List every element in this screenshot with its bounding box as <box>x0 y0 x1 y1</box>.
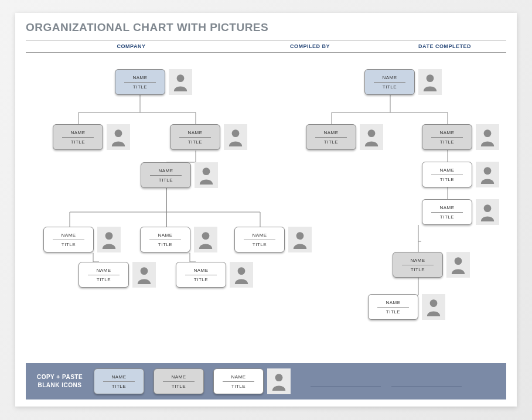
template-blue[interactable]: NAME TITLE <box>94 368 144 394</box>
avatar-placeholder <box>288 227 312 252</box>
title-label: TITLE <box>383 84 397 90</box>
template-white[interactable]: NAME TITLE <box>213 368 291 394</box>
org-node-right-l2-0[interactable]: NAME TITLE <box>306 124 383 150</box>
svg-point-31 <box>202 232 210 240</box>
title-label: TITLE <box>386 309 400 315</box>
avatar-placeholder <box>132 262 156 288</box>
name-label: NAME <box>231 374 245 380</box>
avatar-placeholder <box>97 227 121 252</box>
meta-date-completed-label: DATE COMPLETED <box>383 43 506 49</box>
org-card: NAME TITLE <box>140 227 190 252</box>
card-divider <box>149 240 181 240</box>
org-node-left-l2-0[interactable]: NAME TITLE <box>53 124 130 150</box>
org-node-right-l3-0[interactable]: NAME TITLE <box>422 162 499 187</box>
card-divider <box>53 240 84 240</box>
org-card: NAME TITLE <box>368 294 418 320</box>
org-card: NAME TITLE <box>422 124 472 150</box>
svg-point-41 <box>430 299 438 307</box>
card-divider <box>163 381 195 382</box>
org-node-left-l5-1[interactable]: NAME TITLE <box>176 262 253 288</box>
card-divider <box>374 82 405 83</box>
avatar-placeholder <box>418 69 442 95</box>
footer-underline-2 <box>391 381 462 387</box>
name-label: NAME <box>382 75 397 80</box>
svg-point-34 <box>238 267 245 275</box>
card-divider <box>402 265 434 265</box>
name-label: NAME <box>158 168 173 173</box>
avatar-placeholder <box>107 124 130 150</box>
name-label: NAME <box>439 205 454 210</box>
name-label: NAME <box>187 130 202 135</box>
avatar-placeholder <box>422 294 445 320</box>
org-card: NAME TITLE <box>43 227 94 252</box>
title-label: TITLE <box>253 242 267 247</box>
avatar-placeholder <box>476 199 499 225</box>
title-label: TITLE <box>158 242 172 247</box>
org-card: NAME TITLE <box>154 368 204 394</box>
name-label: NAME <box>439 130 454 135</box>
name-label: NAME <box>111 374 126 380</box>
org-node-left-l4-0[interactable]: NAME TITLE <box>43 227 121 252</box>
svg-point-33 <box>141 267 148 275</box>
org-node-left-l2-1[interactable]: NAME TITLE <box>170 124 247 150</box>
org-card: NAME TITLE <box>393 252 443 278</box>
svg-point-38 <box>484 167 492 175</box>
avatar-placeholder <box>224 124 247 150</box>
title-label: TITLE <box>133 84 147 90</box>
org-card: NAME TITLE <box>364 69 415 95</box>
card-divider <box>431 137 463 138</box>
org-card: NAME TITLE <box>170 124 220 150</box>
connector-lines <box>26 60 506 329</box>
card-divider <box>150 175 182 176</box>
title-label: TITLE <box>172 384 186 389</box>
name-label: NAME <box>439 168 454 173</box>
title-label: TITLE <box>62 242 76 247</box>
card-divider <box>185 275 217 275</box>
name-label: NAME <box>193 268 208 273</box>
title-label: TITLE <box>231 384 245 389</box>
title-label: TITLE <box>440 214 454 220</box>
meta-compiled-by-label: COMPILED BY <box>237 43 383 49</box>
name-label: NAME <box>70 130 85 135</box>
org-node-right-l3-1[interactable]: NAME TITLE <box>422 199 499 225</box>
org-card: NAME TITLE <box>115 69 165 95</box>
card-divider <box>377 307 409 308</box>
page-title: ORGANIZATIONAL CHART WITH PICTURES <box>26 21 506 34</box>
org-card: NAME TITLE <box>94 368 144 394</box>
title-label: TITLE <box>194 277 208 282</box>
org-node-left-l4-1[interactable]: NAME TITLE <box>140 227 217 252</box>
org-node-right-l2-1[interactable]: NAME TITLE <box>422 124 499 150</box>
meta-company-label: COMPANY <box>26 43 237 49</box>
card-divider <box>103 381 135 382</box>
title-label: TITLE <box>411 267 425 272</box>
org-node-left-l3-0[interactable]: NAME TITLE <box>141 162 218 188</box>
org-card: NAME TITLE <box>141 162 191 188</box>
page: ORGANIZATIONAL CHART WITH PICTURES COMPA… <box>15 13 517 407</box>
avatar-placeholder <box>169 69 192 95</box>
svg-point-36 <box>368 129 376 137</box>
title-label: TITLE <box>440 177 454 182</box>
org-card: NAME TITLE <box>79 262 129 288</box>
name-label: NAME <box>410 258 425 263</box>
org-node-right-root[interactable]: NAME TITLE <box>364 69 442 95</box>
org-node-right-l4-0[interactable]: NAME TITLE <box>393 252 470 278</box>
org-node-left-l5-0[interactable]: NAME TITLE <box>79 262 156 288</box>
svg-point-29 <box>203 168 210 175</box>
name-label: NAME <box>252 233 267 238</box>
svg-point-39 <box>484 204 492 212</box>
name-label: NAME <box>96 268 111 273</box>
name-label: NAME <box>158 233 172 238</box>
name-label: NAME <box>61 233 76 238</box>
card-divider <box>223 381 254 382</box>
name-label: NAME <box>171 374 186 380</box>
org-card: NAME TITLE <box>422 199 472 225</box>
avatar-placeholder <box>230 262 253 288</box>
template-gray[interactable]: NAME TITLE <box>154 368 204 394</box>
svg-point-27 <box>115 129 122 137</box>
org-node-right-l5-0[interactable]: NAME TITLE <box>368 294 445 320</box>
svg-point-28 <box>232 129 240 137</box>
footer-label-line2: BLANK ICONS <box>38 382 82 388</box>
org-node-left-l4-2[interactable]: NAME TITLE <box>234 227 312 252</box>
name-label: NAME <box>386 300 400 305</box>
org-node-left-root[interactable]: NAME TITLE <box>115 69 192 95</box>
